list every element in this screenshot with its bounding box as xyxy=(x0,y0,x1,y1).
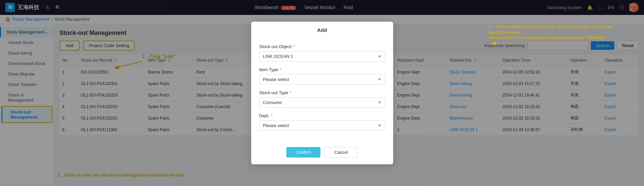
annotation-3-text: 3、After selecting the stock-out object, … xyxy=(488,24,613,40)
stockout-type-label: Stock-out Type * xyxy=(259,90,385,95)
add-modal: Add Stock-out Object * LINK OCEAN 1 Item… xyxy=(251,22,393,164)
required-marker-2: * xyxy=(280,67,281,72)
form-row-stockout-object: Stock-out Object * LINK OCEAN 1 xyxy=(259,44,385,62)
cancel-button[interactable]: Cancel xyxy=(325,147,358,158)
form-row-dept: Dept. * Please select xyxy=(259,113,385,131)
modal-body: Stock-out Object * LINK OCEAN 1 Item Typ… xyxy=(251,37,393,143)
form-row-item-type: Item Type * Please select xyxy=(259,67,385,85)
item-type-select[interactable]: Please select xyxy=(259,74,385,85)
annotation-3-arrow xyxy=(488,40,516,50)
form-row-stockout-type: Stock-out Type * Consume xyxy=(259,90,385,108)
confirm-button[interactable]: Confirm xyxy=(286,147,321,158)
required-marker-3: * xyxy=(290,90,291,95)
stockout-object-label: Stock-out Object * xyxy=(259,44,385,49)
stockout-object-select[interactable]: LINK OCEAN 1 xyxy=(259,51,385,62)
modal-footer: Confirm Cancel xyxy=(251,143,393,164)
item-type-label: Item Type * xyxy=(259,67,385,72)
annotation-3: 3、After selecting the stock-out object, … xyxy=(488,24,624,50)
required-marker-4: * xyxy=(271,113,273,118)
required-marker: * xyxy=(293,44,295,49)
dept-label: Dept. * xyxy=(259,113,385,118)
modal-title: Add xyxy=(251,22,393,37)
dept-select[interactable]: Please select xyxy=(259,120,385,131)
stockout-type-select[interactable]: Consume xyxy=(259,97,385,108)
